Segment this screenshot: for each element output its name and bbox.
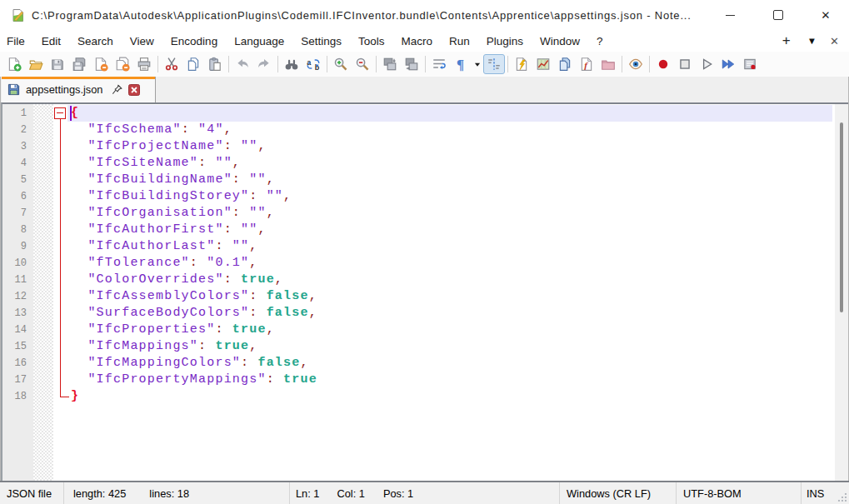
eol-format-label[interactable]: Windows (CR LF) <box>567 487 651 500</box>
menu-window[interactable]: Window <box>532 32 588 51</box>
code-line-4: 4 "IfcSiteName": "", <box>2 155 848 172</box>
toolbar-separator <box>157 56 158 72</box>
find-icon[interactable] <box>281 54 302 74</box>
line-position-label: Ln: 1 <box>296 487 319 500</box>
line-number: 7 <box>2 205 27 222</box>
menu-file[interactable]: File <box>0 32 33 51</box>
zoom-out-icon[interactable] <box>352 54 373 74</box>
paste-icon[interactable] <box>204 54 226 74</box>
line-number: 17 <box>2 372 27 388</box>
title-bar: C:\ProgramData\Autodesk\ApplicationPlugi… <box>0 0 849 30</box>
close-button[interactable]: ✕ <box>807 0 845 30</box>
code-line-10: 10 "fTolerance": "0.1", <box>2 255 848 272</box>
toolbar-separator <box>277 56 278 72</box>
code-line-12: 12 "IfcAssemblyColors": false, <box>2 288 848 305</box>
folder-as-workspace-icon[interactable] <box>597 54 619 74</box>
close-tab-icon[interactable] <box>128 84 140 96</box>
new-file-icon[interactable] <box>3 54 25 74</box>
line-number: 4 <box>2 155 27 172</box>
sync-horizontal-scrolling-icon[interactable] <box>401 54 422 74</box>
menu-bar: FileEditSearchViewEncodingLanguageSettin… <box>0 30 849 52</box>
close-tab-button[interactable]: ✕ <box>825 35 849 47</box>
code-line-18: 18} <box>2 388 848 405</box>
save-macro-icon[interactable] <box>739 54 761 74</box>
stop-recording-icon[interactable] <box>674 54 696 74</box>
toolbar: ab¶f <box>0 52 849 77</box>
open-file-icon[interactable] <box>25 54 47 74</box>
status-encoding: UTF-8-BOM <box>677 482 802 504</box>
close-file-icon[interactable] <box>90 54 112 74</box>
minimize-button[interactable] <box>711 0 749 30</box>
menu-search[interactable]: Search <box>69 32 122 51</box>
line-number: 18 <box>2 388 27 405</box>
code-editor[interactable]: 1{2 "IfcSchema": "4",3 "IfcProjectName":… <box>1 102 848 481</box>
record-macro-icon[interactable] <box>652 54 674 74</box>
word-wrap-icon[interactable] <box>428 54 450 74</box>
code-line-8: 8 "IfcAuthorFirst": "", <box>2 222 848 238</box>
line-number: 14 <box>2 322 27 338</box>
column-position-label: Col: 1 <box>337 487 364 500</box>
close-all-icon[interactable] <box>112 54 133 74</box>
menu-settings[interactable]: Settings <box>292 32 350 51</box>
undo-icon[interactable] <box>232 54 253 74</box>
document-map-icon[interactable] <box>532 54 554 74</box>
redo-icon[interactable] <box>253 54 275 74</box>
caret-down-icon[interactable] <box>472 54 483 74</box>
code-line-7: 7 "IfcOrganisation": "", <box>2 205 848 222</box>
tab-label: appsettings.json <box>26 83 102 96</box>
menu-macro[interactable]: Macro <box>393 32 442 51</box>
line-number: 3 <box>2 138 27 155</box>
function-list-icon[interactable]: f <box>576 54 597 74</box>
new-tab-button[interactable]: + <box>774 32 799 49</box>
line-number: 5 <box>2 172 27 188</box>
lines-count-label: lines: 18 <box>149 487 189 500</box>
doc-type-label: JSON file <box>7 487 52 500</box>
indent-guide-icon[interactable] <box>483 54 505 74</box>
line-number: 11 <box>2 272 27 288</box>
replace-icon[interactable]: ab <box>302 54 324 74</box>
tab-list-dropdown-button[interactable]: ▼ <box>799 36 825 46</box>
active-tab-accent <box>2 77 155 79</box>
zoom-in-icon[interactable] <box>330 54 352 74</box>
tab-appsettings-json[interactable]: appsettings.json <box>2 77 156 102</box>
encoding-label[interactable]: UTF-8-BOM <box>683 487 742 500</box>
copy-icon[interactable] <box>182 54 204 74</box>
scrollbar-thumb[interactable] <box>840 122 843 312</box>
fold-collapse-box[interactable] <box>54 107 66 119</box>
menu-view[interactable]: View <box>122 32 162 51</box>
status-bar: JSON file length: 425 lines: 18 Ln: 1 Co… <box>0 481 849 504</box>
vertical-scrollbar[interactable] <box>835 104 848 481</box>
sync-vertical-scrolling-icon[interactable] <box>379 54 401 74</box>
code-line-13: 13 "SurfaceBodyColors": false, <box>2 305 848 322</box>
doc-switcher-icon[interactable] <box>554 54 576 74</box>
insert-mode-label[interactable]: INS <box>807 487 824 500</box>
menu-help[interactable]: ? <box>588 32 612 51</box>
save-icon[interactable] <box>47 54 68 74</box>
code-line-17: 17 "IfcPropertyMappings": true <box>2 372 848 388</box>
pin-tab-icon[interactable] <box>111 83 123 96</box>
menu-encoding[interactable]: Encoding <box>162 32 226 51</box>
play-macro-icon[interactable] <box>696 54 717 74</box>
run-macro-multiple-icon[interactable] <box>717 54 739 74</box>
cut-icon[interactable] <box>161 54 182 74</box>
resize-grip[interactable] <box>837 492 847 502</box>
line-number: 6 <box>2 188 27 205</box>
save-all-icon[interactable] <box>68 54 90 74</box>
toolbar-separator <box>425 56 426 72</box>
show-all-characters-icon[interactable]: ¶ <box>450 54 472 74</box>
menu-tools[interactable]: Tools <box>350 32 393 51</box>
menu-run[interactable]: Run <box>441 32 478 51</box>
menu-plugins[interactable]: Plugins <box>478 32 532 51</box>
maximize-button[interactable] <box>759 0 797 30</box>
spell-check-eye-icon[interactable] <box>625 54 647 74</box>
code-line-16: 16 "IfcMappingColors": false, <box>2 355 848 372</box>
menu-edit[interactable]: Edit <box>33 32 69 51</box>
menu-language[interactable]: Language <box>226 32 292 51</box>
code-line-2: 2 "IfcSchema": "4", <box>2 122 848 138</box>
monitoring-icon[interactable] <box>511 54 532 74</box>
toolbar-separator <box>622 56 622 72</box>
code-line-6: 6 "IfcBuildingStorey": "", <box>2 188 848 205</box>
code-line-15: 15 "IfcMappings": true, <box>2 338 848 355</box>
code-line-11: 11 "ColorOverrides": true, <box>2 272 848 288</box>
print-icon[interactable] <box>133 54 155 74</box>
